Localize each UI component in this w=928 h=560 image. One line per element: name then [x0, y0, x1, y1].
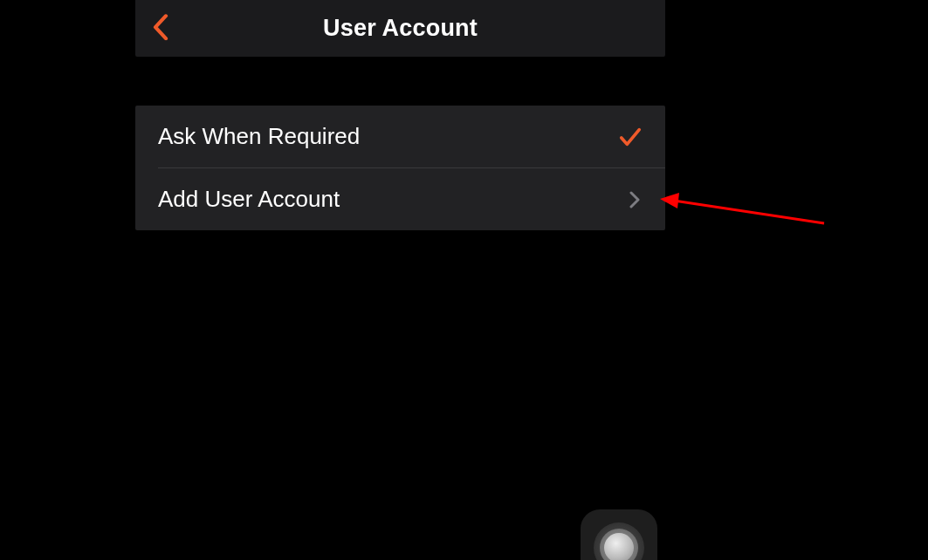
options-list: Ask When Required Add User Account: [135, 106, 665, 230]
page-title: User Account: [135, 15, 665, 42]
header-bar: User Account: [135, 0, 665, 57]
settings-panel: User Account Ask When Required Add User …: [135, 0, 665, 230]
back-button[interactable]: [148, 11, 174, 43]
svg-line-0: [674, 201, 824, 223]
option-add-user-account[interactable]: Add User Account: [135, 168, 665, 230]
assistive-touch-button[interactable]: [581, 509, 657, 560]
assistive-touch-icon: [594, 522, 644, 560]
chevron-left-icon: [153, 14, 168, 40]
chevron-right-icon: [627, 189, 643, 210]
option-ask-when-required[interactable]: Ask When Required: [135, 106, 665, 167]
checkmark-icon: [618, 125, 643, 149]
annotation-arrow: [658, 190, 833, 234]
option-label: Ask When Required: [158, 123, 360, 150]
option-label: Add User Account: [158, 186, 340, 213]
